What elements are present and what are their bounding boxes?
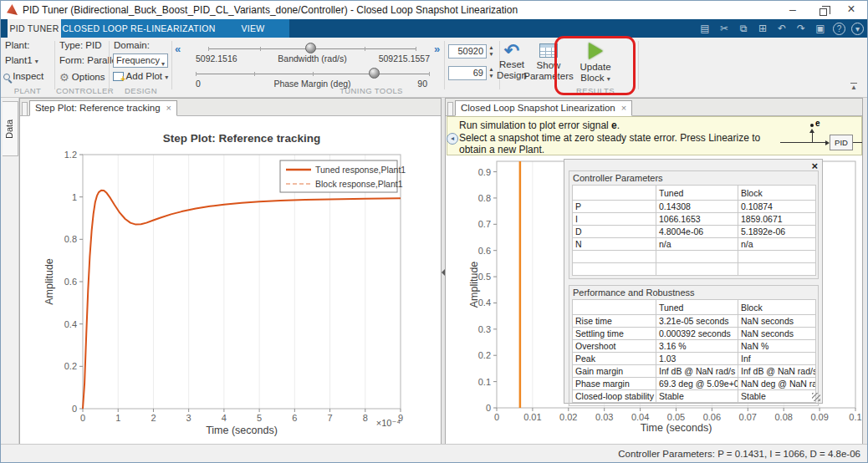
domain-select[interactable]: Frequency▾ — [113, 53, 168, 68]
step-svg: 012345678900.20.40.60.811.2Step Plot: Re… — [20, 116, 441, 444]
minimize-button[interactable]: – — [779, 1, 807, 19]
tab-sliver — [22, 102, 28, 115]
tab-closed-loop-relinearization[interactable]: CLOSED LOOP RE-LINEARIZATION — [61, 19, 217, 38]
data-browser-tab[interactable]: Data Browser — [3, 101, 18, 156]
redo-icon[interactable]: ↷ — [794, 21, 808, 36]
controller-form-label: Form: Parallel — [59, 55, 120, 65]
left-doc-tabbar: Step Plot: Reference tracking× — [20, 99, 441, 116]
table-cell: 3.16 % — [656, 340, 738, 353]
copy-icon[interactable]: ⧉ — [737, 21, 750, 36]
diagram-signal-label: e — [815, 119, 820, 128]
ribbon-divider — [638, 41, 639, 89]
table-row: Settling time0.000392 secondsNaN seconds — [573, 328, 816, 340]
chevron-down-icon: ▾ — [607, 75, 610, 83]
svg-text:8: 8 — [363, 413, 368, 423]
qat-dropdown-icon[interactable]: ▾ — [851, 23, 864, 35]
snapshot-pane: Closed Loop Snapshot Linearization× ◂ Ru… — [445, 98, 863, 444]
svg-text:0: 0 — [494, 412, 499, 422]
table-row: P0.143080.10874 — [573, 201, 816, 213]
paste-icon[interactable]: ⊞ — [756, 21, 769, 36]
table-row: Closed-loop stabilityStableStable — [573, 390, 816, 403]
phase-margin-slider[interactable] — [196, 74, 430, 74]
ribbon-tabstrip: PID TUNER CLOSED LOOP RE-LINEARIZATION V… — [1, 19, 867, 38]
info-text: Run simulation to plot error signal e. S… — [459, 120, 784, 156]
table-header — [573, 186, 656, 201]
info-banner: Run simulation to plot error signal e. S… — [447, 116, 862, 155]
table-cell: NaN seconds — [738, 328, 816, 340]
table-cell: 0.10874 — [738, 201, 816, 213]
bandwidth-value-input[interactable]: 50920 — [448, 44, 487, 59]
table-cell: Phase margin — [573, 378, 656, 390]
svg-text:0.2: 0.2 — [478, 350, 491, 360]
controller-type-label: Type: PID — [59, 40, 102, 50]
tab-sliver — [447, 102, 453, 115]
svg-text:0.02: 0.02 — [559, 412, 577, 422]
table-cell: NaN % — [738, 340, 816, 353]
resize-grip[interactable] — [812, 393, 820, 401]
group-title: Controller Parameters — [572, 173, 815, 185]
add-plot-button[interactable]: Add Plot ▾ — [113, 71, 168, 81]
phase-margin-slider-knob[interactable] — [369, 68, 380, 79]
table-row: Phase margin69.3 deg @ 5.09e+04 ...NaN d… — [573, 378, 816, 390]
svg-text:0.8: 0.8 — [478, 193, 491, 203]
restore-button[interactable] — [809, 1, 837, 19]
info-collapse-icon[interactable]: ◂ — [447, 133, 458, 145]
table-cell: Gain margin — [573, 365, 656, 378]
collapse-sliders-left-icon[interactable]: « — [175, 43, 181, 55]
phase-min-label: 0 — [196, 79, 201, 89]
table-row: Nn/an/a — [573, 238, 816, 251]
table-cell: Stable — [656, 390, 738, 403]
update-block-button[interactable]: UpdateBlock ▾ — [571, 43, 620, 84]
close-button[interactable]: × — [837, 1, 865, 19]
svg-text:0.08: 0.08 — [774, 412, 792, 422]
table-cell: 0.000392 seconds — [656, 328, 738, 340]
bandwidth-slider-knob[interactable] — [305, 43, 316, 53]
svg-text:0.3: 0.3 — [478, 324, 491, 334]
controller-parameters-table: TunedBlockP0.143080.10874I1066.16531859.… — [572, 185, 816, 276]
table-row — [573, 251, 816, 263]
save-icon[interactable]: ▤ — [698, 21, 712, 36]
collapse-ribbon-icon[interactable]: ▲ — [850, 83, 857, 90]
table-cell: Closed-loop stability — [573, 390, 656, 403]
plant-dropdown[interactable]: Plant1 ▾ — [5, 55, 38, 65]
svg-text:0.05: 0.05 — [667, 412, 685, 422]
undo-icon[interactable]: ↶ — [775, 21, 789, 36]
table-cell: 3.21e-05 seconds — [656, 315, 738, 328]
design-section-label: DESIGN — [110, 86, 171, 95]
bandwidth-slider[interactable] — [208, 48, 416, 49]
tab-pid-tuner[interactable]: PID TUNER — [8, 19, 61, 38]
expand-sliders-right-icon[interactable]: » — [434, 43, 440, 55]
snapshot-tab[interactable]: Closed Loop Snapshot Linearization× — [455, 100, 632, 116]
phase-value-input[interactable]: 69 — [448, 66, 487, 80]
svg-text:0.8: 0.8 — [64, 234, 77, 244]
tuning-tools-section-label: TUNING TOOLS — [325, 86, 417, 95]
show-parameters-button[interactable]: ShowParameters — [521, 43, 576, 82]
help-icon[interactable]: ? — [833, 23, 845, 35]
svg-text:1: 1 — [115, 413, 120, 423]
side-strip: Data Browser — [1, 98, 19, 444]
status-bar: Controller Parameters: P = 0.1431, I = 1… — [1, 444, 867, 463]
options-button[interactable]: ⚙ Options — [59, 71, 105, 84]
svg-text:0.03: 0.03 — [595, 412, 613, 422]
close-icon[interactable]: × — [166, 103, 171, 113]
bandwidth-max-label: 509215.1557 — [373, 53, 430, 64]
tab-view[interactable]: VIEW — [217, 19, 289, 38]
cut-icon[interactable]: ✂ — [717, 21, 731, 36]
step-plot-tab[interactable]: Step Plot: Reference tracking× — [29, 100, 177, 116]
inspect-button[interactable]: Inspect — [3, 71, 43, 81]
close-icon[interactable]: × — [621, 103, 626, 113]
step-plot-chart: 012345678900.20.40.60.811.2Step Plot: Re… — [20, 116, 441, 444]
layout-icon[interactable]: ▣ — [814, 21, 827, 36]
svg-text:0.09: 0.09 — [810, 412, 828, 422]
svg-text:Amplitude: Amplitude — [43, 258, 55, 305]
table-header: Tuned — [656, 186, 738, 201]
svg-text:0.1: 0.1 — [478, 377, 491, 387]
table-cell: 4.8004e-06 — [656, 226, 738, 238]
table-cell: Peak — [573, 353, 656, 365]
chevron-down-icon: ▾ — [35, 58, 38, 65]
chevron-down-icon: ▾ — [161, 58, 165, 70]
table-cell — [656, 251, 738, 263]
main-area: Data Browser Step Plot: Reference tracki… — [1, 98, 867, 444]
svg-text:0: 0 — [72, 404, 77, 414]
table-cell: D — [573, 226, 656, 238]
